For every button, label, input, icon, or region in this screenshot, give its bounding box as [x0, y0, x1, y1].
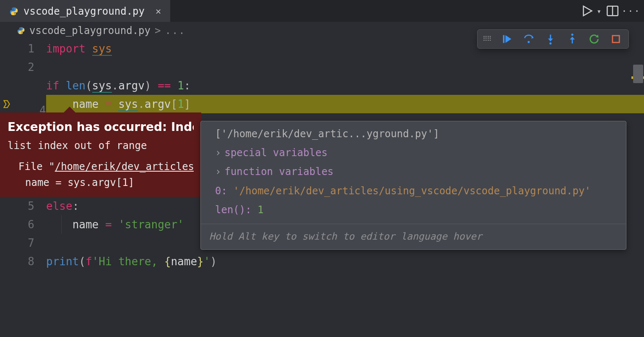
hover-len: len(): 1	[201, 201, 626, 219]
exception-widget: Exception has occurred: IndexError list …	[0, 112, 201, 197]
indent-guide	[61, 215, 62, 234]
ident-name: name	[171, 255, 197, 268]
svg-point-4	[549, 42, 551, 44]
split-editor-icon[interactable]	[605, 4, 620, 18]
run-dropdown-icon[interactable]: ▾	[597, 7, 601, 16]
scrollbar-thumb[interactable]	[633, 65, 643, 83]
operator-eq: ==	[158, 79, 171, 92]
ident-argv: argv	[145, 98, 171, 110]
hover-index: 0:	[215, 185, 227, 197]
number-literal: 1	[177, 98, 184, 110]
ident-argv: argv	[118, 79, 145, 92]
fstring-prefix: f	[86, 255, 92, 268]
brace: {	[164, 255, 171, 268]
hover-len-label: len():	[215, 204, 252, 216]
operator-assign: =	[105, 98, 112, 110]
hover-hint: Hold Alt key to switch to editor languag…	[201, 224, 626, 249]
ident-name: name	[73, 98, 99, 110]
exception-message: list index out of range	[8, 140, 194, 152]
exception-title: Exception has occurred: IndexError	[8, 120, 194, 134]
ident-sys: sys	[92, 79, 112, 93]
step-into-icon[interactable]	[545, 33, 556, 45]
keyword-import: import	[46, 42, 86, 55]
string-literal: 'stranger'	[118, 218, 184, 231]
string-literal: 'Hi there,	[92, 255, 164, 268]
svg-point-6	[571, 34, 573, 36]
module-sys: sys	[92, 42, 112, 56]
dot: .	[138, 98, 145, 110]
debug-toolbar[interactable]: ⠿⠿	[477, 29, 629, 49]
python-file-icon	[17, 26, 25, 35]
line-number: 1	[0, 42, 46, 55]
line-number: 2	[0, 61, 46, 73]
chevron-right-icon: ›	[215, 166, 221, 178]
svg-rect-7	[613, 36, 619, 42]
overview-ruler[interactable]	[636, 40, 644, 275]
line-number: 7	[0, 237, 46, 249]
exception-file: File "/home/erik/dev_articles/using_vsco…	[8, 161, 194, 172]
ident-name: name	[73, 218, 99, 231]
tab-bar: vscode_playground.py ✕ ▾ ···	[0, 0, 644, 22]
operator-assign: =	[105, 218, 112, 231]
hover-value-preview: ['/home/erik/dev_artic...yground.py']	[201, 125, 626, 144]
breadcrumb-filename: vscode_playground.py	[29, 25, 151, 37]
editor-title-actions: ▾ ···	[580, 0, 638, 22]
hover-group-function-variables[interactable]: ›function variables	[201, 162, 626, 181]
builtin-print: print	[46, 255, 79, 268]
svg-point-2	[527, 41, 530, 43]
code-line-2[interactable]: 2	[0, 58, 644, 76]
line-number: 6	[0, 218, 46, 231]
string-literal: '	[204, 255, 210, 268]
brace: }	[197, 255, 204, 268]
hover-group-special-variables[interactable]: ›special variables	[201, 144, 626, 162]
exception-file-link[interactable]: /home/erik/dev_articles/using_vscode/vsc…	[55, 161, 194, 172]
line-number: 8	[0, 255, 46, 268]
code-line-8[interactable]: 8 print(f'Hi there, {name}')	[0, 252, 644, 271]
hover-string-value: '/home/erik/dev_articles/using_vscode/vs…	[233, 185, 591, 197]
restart-icon[interactable]	[588, 33, 600, 45]
debug-hover-tooltip[interactable]: ['/home/erik/dev_artic...yground.py'] ›s…	[200, 121, 626, 250]
code-line-4-current[interactable]: 4 name = sys.argv[1]	[0, 95, 644, 113]
code-line-3[interactable]: 3 if len(sys.argv) == 1:	[0, 76, 644, 95]
run-icon[interactable]	[580, 4, 594, 18]
continue-icon[interactable]	[501, 33, 513, 45]
step-over-icon[interactable]	[523, 33, 535, 45]
breadcrumb-separator: >	[155, 25, 161, 37]
more-actions-icon[interactable]: ···	[624, 4, 638, 18]
hover-item-0[interactable]: 0: '/home/erik/dev_articles/using_vscode…	[201, 182, 626, 201]
hover-len-value: 1	[257, 204, 263, 216]
exception-code-line: name = sys.argv[1]	[8, 177, 194, 188]
keyword-else: else	[46, 200, 73, 212]
close-tab-icon[interactable]: ✕	[154, 6, 163, 16]
drag-handle-icon[interactable]: ⠿⠿	[483, 37, 491, 41]
line-number: 5	[0, 200, 46, 212]
ident-sys: sys	[118, 98, 138, 111]
python-file-icon	[9, 7, 18, 16]
step-out-icon[interactable]	[566, 33, 578, 45]
dot: .	[112, 79, 119, 92]
builtin-len: len	[66, 79, 86, 92]
breadcrumb-rest: ...	[165, 25, 185, 37]
exception-pointer-icon	[63, 107, 76, 113]
chevron-right-icon: ›	[215, 147, 221, 159]
stop-icon[interactable]	[610, 33, 622, 45]
keyword-if: if	[46, 79, 59, 92]
number-literal: 1	[177, 79, 184, 92]
tab-filename: vscode_playground.py	[23, 5, 145, 17]
editor-tab[interactable]: vscode_playground.py ✕	[0, 0, 170, 22]
